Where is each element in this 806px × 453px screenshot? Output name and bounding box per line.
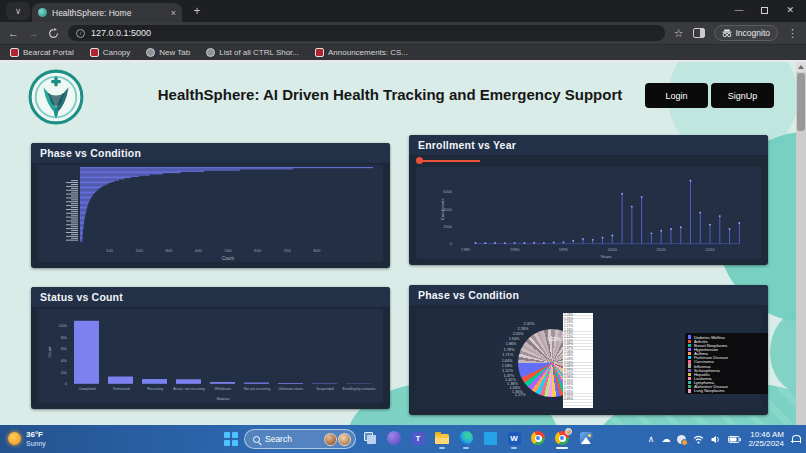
chrome-icon[interactable] — [530, 430, 546, 446]
pie-percent-label: 1.47% — [503, 374, 514, 378]
edge-browser-icon[interactable] — [458, 430, 474, 446]
svg-text:Active, not recruiting: Active, not recruiting — [173, 387, 205, 391]
start-button[interactable] — [224, 432, 238, 446]
legend-swatch — [688, 340, 691, 343]
teams-presence-icon[interactable] — [677, 435, 686, 444]
chrome-profile-icon[interactable] — [554, 430, 570, 446]
chart-plot-area[interactable]: CompletedTerminatedRecruitingActive, not… — [38, 309, 383, 403]
incognito-spy-icon — [722, 29, 732, 38]
task-view-button[interactable] — [362, 430, 378, 446]
page-title: HealthSphere: AI Driven Health Tracking … — [120, 86, 660, 103]
word-app-icon[interactable]: W — [506, 430, 522, 446]
svg-text:80k: 80k — [61, 336, 67, 340]
menu-kebab-icon[interactable]: ⋮ — [787, 28, 798, 39]
forward-button[interactable]: → — [28, 28, 39, 39]
legend-swatch — [688, 385, 691, 388]
svg-text:0: 0 — [450, 241, 453, 246]
svg-text:2010: 2010 — [705, 247, 715, 252]
year-range-slider[interactable] — [416, 157, 616, 165]
chart-title: Phase vs Condition — [409, 285, 768, 305]
site-info-icon[interactable]: i — [76, 29, 85, 38]
clock-date: 2/25/2024 — [748, 439, 784, 448]
url-text: 127.0.0.1:5000 — [91, 28, 151, 38]
battery-icon[interactable] — [728, 436, 741, 443]
legend-swatch — [688, 352, 691, 355]
close-button[interactable]: ✕ — [786, 6, 794, 15]
svg-text:Count: Count — [47, 346, 52, 358]
login-button[interactable]: Login — [645, 83, 708, 108]
tab-favicon-icon — [38, 8, 47, 17]
pie-percent-label: 1.64% — [502, 359, 513, 363]
weather-widget[interactable]: 36°F Sunny — [8, 431, 46, 447]
svg-text:Completed: Completed — [79, 387, 96, 391]
teams-app-icon[interactable]: T — [410, 430, 426, 446]
svg-text:600: 600 — [254, 248, 262, 253]
tab-title: HealthSphere: Home — [52, 8, 166, 18]
bookmark-item[interactable]: Canopy — [90, 48, 131, 57]
chat-app-icon[interactable] — [386, 430, 402, 446]
svg-text:Status: Status — [216, 396, 230, 401]
svg-text:1990: 1990 — [510, 247, 520, 252]
incognito-label: Incognito — [736, 28, 771, 38]
slider-thumb[interactable] — [416, 157, 423, 164]
tab-close-icon[interactable]: × — [171, 8, 176, 18]
chart-plot-area[interactable]: 6.23% 1.23%1.21%1.19%1.17%1.16%1.14%1.12… — [416, 309, 761, 409]
tray-chevron-icon[interactable]: ∧ — [648, 435, 655, 444]
address-bar[interactable]: i 127.0.0.1:5000 — [68, 25, 665, 41]
page-content: HealthSphere: AI Driven Health Tracking … — [0, 60, 806, 425]
onedrive-cloud-icon[interactable]: ☁ — [661, 435, 670, 444]
slider-track[interactable] — [422, 160, 480, 162]
notification-bell-icon[interactable] — [791, 435, 800, 444]
browser-tab[interactable]: HealthSphere: Home × — [32, 3, 182, 22]
side-panel-icon[interactable] — [693, 28, 705, 38]
minimize-button[interactable]: — — [734, 6, 743, 15]
photos-app-icon[interactable] — [578, 430, 594, 446]
legend-swatch — [688, 335, 691, 338]
bookmark-item[interactable]: Announcements: CS... — [315, 48, 408, 57]
pie-percent-label: 2.18% — [518, 327, 529, 331]
legend-swatch — [688, 344, 691, 347]
signup-button[interactable]: SignUp — [711, 83, 774, 108]
taskbar-search[interactable]: Search — [244, 429, 356, 449]
pie-percent-label: 1.86% — [506, 342, 517, 346]
scrollbar-thumb[interactable] — [797, 73, 805, 131]
svg-text:60k: 60k — [61, 347, 67, 351]
svg-text:500: 500 — [224, 248, 232, 253]
pie-legend[interactable]: Diabetes MellitusArthritisBreast Neoplas… — [685, 333, 768, 394]
bookmark-label: New Tab — [159, 48, 190, 57]
sun-icon — [8, 432, 21, 445]
legend-item[interactable]: Lung Neoplasms — [688, 389, 768, 393]
pie-percent-label: 1.94% — [509, 337, 520, 341]
reload-button[interactable] — [48, 28, 59, 39]
scroll-up-arrow[interactable] — [796, 62, 806, 72]
bookmark-label: List of all CTRL Shor... — [219, 48, 299, 57]
svg-text:Not yet recruiting: Not yet recruiting — [244, 387, 270, 391]
svg-text:200k: 200k — [443, 224, 452, 229]
pie-percent-label: 1.58% — [502, 364, 513, 368]
search-label: Search — [265, 434, 319, 444]
tab-search-button[interactable]: ∨ — [6, 2, 30, 20]
new-tab-button[interactable]: + — [188, 2, 206, 20]
taskbar-clock[interactable]: 10:46 AM 2/25/2024 — [748, 430, 784, 448]
svg-text:100k: 100k — [59, 324, 68, 328]
bookmark-label: Canopy — [103, 48, 131, 57]
bookmark-star-icon[interactable]: ☆ — [674, 28, 684, 39]
bookmark-item[interactable]: New Tab — [146, 48, 190, 57]
bookmark-item[interactable]: Bearcat Portal — [10, 48, 74, 57]
svg-text:Recruiting: Recruiting — [147, 387, 163, 391]
site-favicon-icon — [315, 48, 324, 57]
wifi-icon[interactable] — [693, 435, 704, 444]
bookmark-item[interactable]: List of all CTRL Shor... — [206, 48, 299, 57]
svg-text:100: 100 — [106, 248, 114, 253]
legend-swatch — [688, 369, 691, 372]
volume-icon[interactable] — [711, 435, 721, 444]
page-scrollbar[interactable] — [796, 62, 806, 425]
svg-text:Enrollments: Enrollments — [440, 199, 445, 220]
back-button[interactable]: ← — [8, 28, 19, 39]
chart-plot-area[interactable]: 100200300400500600700800Count — [38, 165, 383, 262]
clock-time: 10:46 AM — [750, 430, 784, 439]
maximize-button[interactable] — [761, 7, 768, 14]
file-explorer-icon[interactable] — [434, 430, 450, 446]
vscode-icon[interactable] — [482, 430, 498, 446]
chart-plot-area[interactable]: 1985199019952000200520100200k400k600kEnr… — [416, 167, 761, 259]
